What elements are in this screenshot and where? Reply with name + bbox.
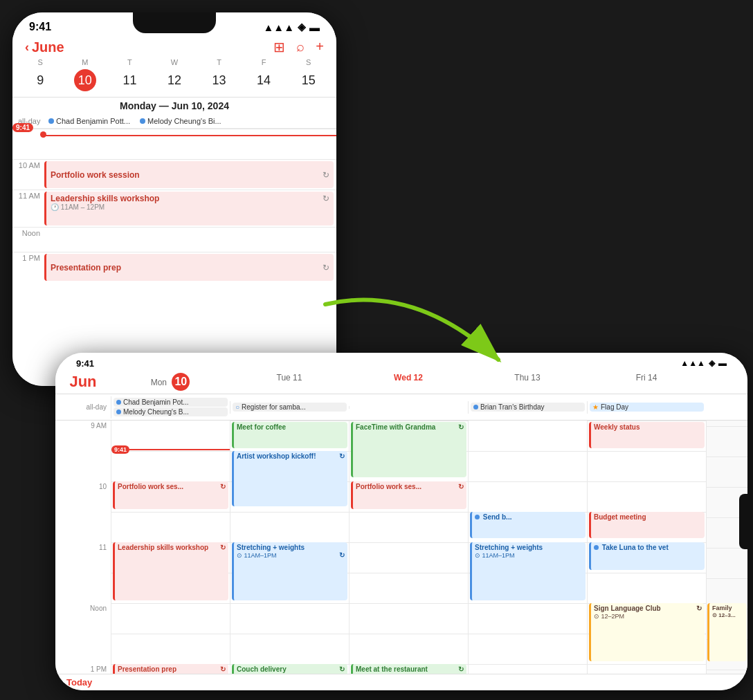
wed-event-portfolio[interactable]: Portfolio work ses... ↻ xyxy=(351,481,466,509)
allday-flagday[interactable]: ★Flag Day xyxy=(590,403,704,412)
thu-col: Send b... Stretching + weights⊙ 11AM–1PM xyxy=(468,421,587,674)
phone-portrait: 9:41 ▲▲▲ ◈ ▬ ‹ June ⊞ ⌕ + S M T W xyxy=(12,12,336,386)
fri-event-luna[interactable]: Take Luna to the vet xyxy=(589,542,705,570)
ls-col-fri[interactable]: Fri 14 xyxy=(587,371,706,392)
extra-col-label xyxy=(707,421,709,426)
ls-allday-thu: Brian Tran's Birthday xyxy=(468,401,587,414)
fri-1130 xyxy=(588,573,706,603)
fri-event-signlang[interactable]: Sign Language Club ↻⊙ 12–2PM xyxy=(589,603,705,661)
event-portfolio[interactable]: Portfolio work session ↻ xyxy=(44,161,334,188)
mon-col: 9:41 Portfolio work ses... ↻ Leadership … xyxy=(111,421,230,674)
tl-blank2 xyxy=(55,512,111,542)
extra-family[interactable]: Family⊙ 12–3... xyxy=(707,603,747,661)
arrow xyxy=(305,297,526,380)
thu-10am xyxy=(469,481,587,512)
ls-time: 9:41 xyxy=(76,358,94,369)
ls-bottom-bar: Today xyxy=(55,674,747,690)
mon-1230 xyxy=(111,634,230,664)
ls-allday-wed xyxy=(349,406,468,409)
tl-9am: 9 AM xyxy=(55,421,111,451)
tue-event-coffee[interactable]: Meet for coffee xyxy=(232,422,347,448)
ls-allday-tue: ○Register for samba... xyxy=(230,401,349,414)
fri-event-weekly[interactable]: Weekly status xyxy=(589,422,705,448)
extra-9am xyxy=(707,426,747,457)
search-icon[interactable]: ⌕ xyxy=(296,39,305,55)
time-labels-col: 9 AM 10 11 Noon 1 PM 2 PM 3 PM xyxy=(55,421,111,674)
status-time: 9:41 xyxy=(29,21,51,33)
tue-1030 xyxy=(230,512,349,542)
ls-wifi: ◈ xyxy=(709,358,715,369)
thu-9am xyxy=(469,421,587,451)
allday-melody[interactable]: Melody Cheung's B... xyxy=(114,407,228,416)
event-presentation[interactable]: Presentation prep ↻ xyxy=(44,254,334,281)
view-toggle-icon[interactable]: ⊞ xyxy=(273,39,285,55)
weekday-labels: S M T W T F S xyxy=(12,58,336,66)
mon-event-leadership[interactable]: Leadership skills workshop ↻ xyxy=(113,542,228,600)
date-12[interactable]: 12 xyxy=(152,69,197,91)
extra-1pm xyxy=(707,670,747,674)
time-noon: Noon xyxy=(12,228,44,237)
current-time-badge: 9:41 xyxy=(12,123,33,132)
tue-event-artist[interactable]: Artist workshop kickoff! ↻ xyxy=(232,451,347,506)
date-11[interactable]: 11 xyxy=(107,69,152,91)
ls-allday-row: all-day Chad Benjamin Pot... Melody Cheu… xyxy=(55,394,747,421)
thu-event-send[interactable]: Send b... xyxy=(470,512,586,538)
ls-time-grid: 9 AM 10 11 Noon 1 PM 2 PM 3 PM xyxy=(55,421,747,674)
allday-event-1[interactable]: Chad Benjamin Pott... xyxy=(48,117,130,125)
allday-brian[interactable]: Brian Tran's Birthday xyxy=(471,403,585,412)
ls-date-10: 10 xyxy=(172,373,190,391)
date-14[interactable]: 14 xyxy=(242,69,287,91)
date-15[interactable]: 15 xyxy=(286,69,331,91)
wed-11am xyxy=(350,542,468,573)
wed-event-facetime[interactable]: FaceTime with Grandma ↻ xyxy=(351,422,466,477)
time-10am: 10 AM xyxy=(12,160,44,190)
extra-930 xyxy=(707,457,747,487)
ls-battery: ▬ xyxy=(718,358,727,369)
ls-grid-body: 9 AM 10 11 Noon 1 PM 2 PM 3 PM xyxy=(55,421,747,674)
date-heading: Monday — Jun 10, 2024 xyxy=(12,97,336,114)
tue-event-couch[interactable]: Couch delivery ↻ xyxy=(232,664,347,674)
add-event-icon[interactable]: + xyxy=(316,39,324,55)
fri-event-budget[interactable]: Budget meeting xyxy=(589,512,705,538)
ls-col-extra xyxy=(706,371,747,392)
month-title[interactable]: ‹ June xyxy=(25,39,64,55)
ls-jun-label[interactable]: Jun xyxy=(55,371,111,392)
mon-event-portfolio[interactable]: Portfolio work ses... ↻ xyxy=(113,481,228,509)
fri-10am xyxy=(588,481,706,512)
tue-event-stretching[interactable]: Stretching + weights⊙ 11AM–1PM ↻ xyxy=(232,542,347,600)
ls-col-mon[interactable]: Mon 10 xyxy=(111,371,230,392)
ls-allday-mon: Chad Benjamin Pot... Melody Cheung's B..… xyxy=(111,396,230,418)
time-row-10am: 10 AM Portfolio work session ↻ xyxy=(12,159,336,190)
date-13[interactable]: 13 xyxy=(197,69,242,91)
time-slots: 9:41 10 AM Portfolio work session ↻ 11 A… xyxy=(12,129,336,282)
tl-noon: Noon xyxy=(55,603,111,634)
thu-noon xyxy=(469,603,587,634)
wed-event-restaurant[interactable]: Meet at the restaurant ↻ xyxy=(351,664,466,674)
thu-event-stretching[interactable]: Stretching + weights⊙ 11AM–1PM xyxy=(470,542,586,600)
tue-1230 xyxy=(230,634,349,664)
ls-signal: ▲▲▲ xyxy=(680,358,705,369)
tl-11am: 11 xyxy=(55,542,111,573)
date-10[interactable]: 10 xyxy=(63,69,108,91)
allday-samba[interactable]: ○Register for samba... xyxy=(233,403,347,412)
thu-1pm xyxy=(469,664,587,674)
today-button[interactable]: Today xyxy=(66,677,92,688)
header-icons: ⊞ ⌕ + xyxy=(273,39,324,55)
allday-chad[interactable]: Chad Benjamin Pot... xyxy=(114,398,228,407)
tl-10am: 10 xyxy=(55,481,111,512)
extra-11am xyxy=(707,548,747,578)
calendar-header: ‹ June ⊞ ⌕ + xyxy=(12,36,336,58)
mon-event-presentationprep[interactable]: Presentation prep ↻ xyxy=(113,664,228,674)
tl-blank4 xyxy=(55,634,111,664)
tl-1pm: 1 PM xyxy=(55,664,111,674)
date-9[interactable]: 9 xyxy=(18,69,63,91)
week-dates: 9 10 11 12 13 14 15 xyxy=(12,69,336,91)
tue-col: Meet for coffee Artist workshop kickoff!… xyxy=(230,421,349,674)
phone-landscape: 9:41 ▲▲▲ ◈ ▬ Jun Mon 10 Tue 11 Wed 12 Th… xyxy=(55,353,747,690)
wed-noon xyxy=(350,603,468,634)
ls-allday-fri: ★Flag Day xyxy=(587,401,706,414)
thu-930 xyxy=(469,451,587,481)
allday-event-2[interactable]: Melody Cheung's Bi... xyxy=(140,117,221,125)
fri-col: Weekly status Budget meeting Take Luna t… xyxy=(587,421,706,674)
event-leadership[interactable]: Leadership skills workshop ↻ 🕐 11AM – 12… xyxy=(44,192,334,225)
